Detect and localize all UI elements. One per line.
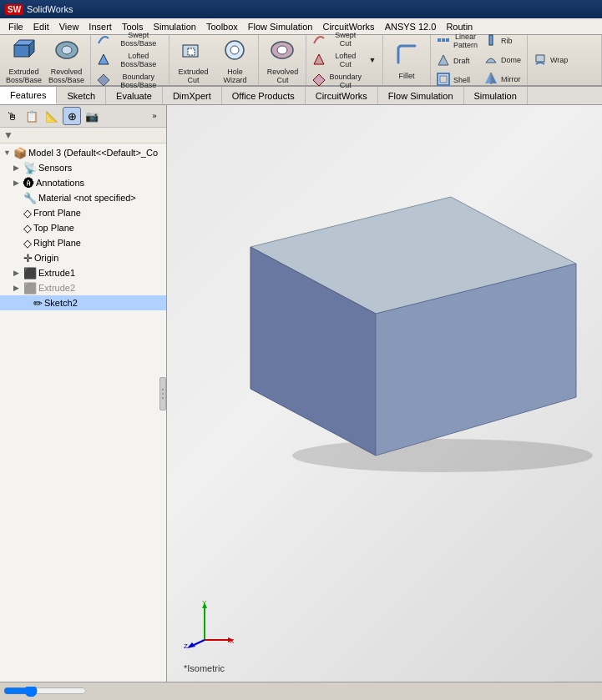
- title-bar: SW SolidWorks: [0, 0, 602, 18]
- front-plane-icon: ◇: [23, 207, 32, 219]
- ribbon-linear-pattern[interactable]: Linear Pattern: [434, 31, 480, 51]
- swept-boss-base-icon: [97, 32, 110, 47]
- ribbon-extruded-cut[interactable]: ExtrudedCut: [173, 35, 213, 86]
- viewport[interactable]: Y X Z *Isometric: [167, 105, 602, 682]
- model3-icon: 📦: [13, 147, 27, 159]
- expand-model3[interactable]: ▼: [3, 149, 13, 157]
- revolved-boss-base-label: RevolvedBoss/Base: [48, 68, 84, 84]
- expand-annotations[interactable]: ▶: [13, 179, 23, 187]
- ribbon-revolved-boss-base[interactable]: RevolvedBoss/Base: [46, 35, 87, 86]
- svg-marker-18: [438, 55, 448, 65]
- tree-extrude2[interactable]: ▶ ⬛ Extrude2: [0, 280, 166, 295]
- tab-flow[interactable]: Flow Simulation: [378, 87, 464, 104]
- tab-office[interactable]: Office Products: [222, 87, 306, 104]
- sidebar-btn-property[interactable]: 📋: [23, 107, 41, 125]
- ribbon-swept-cut[interactable]: Swept Cut: [310, 29, 364, 49]
- svg-rect-17: [446, 38, 449, 42]
- mirror-label: Mirror: [501, 75, 521, 83]
- sketch2-icon: ✏: [33, 297, 43, 310]
- right-plane-label: Right Plane: [33, 238, 81, 248]
- app-title: SolidWorks: [27, 4, 73, 14]
- ribbon-group-boss-base: ExtrudedBoss/Base RevolvedBoss/Base: [0, 35, 91, 85]
- expand-extrude1[interactable]: ▶: [13, 269, 23, 277]
- tab-sketch[interactable]: Sketch: [57, 87, 106, 104]
- svg-point-4: [62, 46, 72, 54]
- menu-toolbox[interactable]: Toolbox: [201, 20, 243, 33]
- ribbon-cut-expand[interactable]: ▼: [366, 54, 379, 66]
- sidebar-resize-handle[interactable]: [159, 377, 166, 410]
- tab-simulation[interactable]: Simulation: [464, 87, 528, 104]
- tree-origin[interactable]: ✛ Origin: [0, 250, 166, 265]
- tree-extrude1[interactable]: ▶ ⬛ Extrude1: [0, 265, 166, 280]
- rib-label: Rib: [501, 37, 513, 45]
- origin-icon: ✛: [23, 252, 33, 264]
- svg-text:X: X: [230, 637, 234, 645]
- status-bar: [0, 682, 602, 700]
- menu-ansys[interactable]: ANSYS 12.0: [380, 20, 442, 33]
- main-area: 🖱 📋 📐 ⊕ 📷 » ▼ ▼ 📦 Model 3 (Default<<Defa…: [0, 105, 602, 682]
- tree-material[interactable]: 🔧 Material <not specified>: [0, 190, 166, 205]
- expand-sensors[interactable]: ▶: [13, 164, 23, 172]
- svg-marker-14: [313, 74, 325, 86]
- swept-boss-base-label: Swept Boss/Base: [114, 31, 163, 48]
- tab-circuitworks[interactable]: CircuitWorks: [306, 87, 378, 104]
- ribbon-extruded-boss-base[interactable]: ExtrudedBoss/Base: [3, 35, 44, 86]
- 3d-model: [192, 130, 593, 481]
- filter-row: ▼: [0, 128, 166, 144]
- sidebar-btn-more[interactable]: »: [145, 107, 164, 125]
- ribbon-mirror[interactable]: Mirror: [482, 70, 524, 88]
- svg-point-12: [277, 46, 287, 54]
- sidebar-btn-config[interactable]: 📐: [43, 107, 61, 125]
- ribbon-rib[interactable]: Rib: [482, 32, 524, 50]
- top-plane-label: Top Plane: [33, 223, 74, 233]
- svg-rect-21: [489, 35, 493, 45]
- sidebar-btn-cursor[interactable]: 🖱: [3, 107, 21, 125]
- tree-annotations[interactable]: ▶ 🅐 Annotations: [0, 175, 166, 190]
- hole-wizard-icon: [221, 37, 248, 68]
- tree-front-plane[interactable]: ◇ Front Plane: [0, 205, 166, 220]
- scroll-bar[interactable]: [3, 687, 87, 695]
- menu-flow-simulation[interactable]: Flow Simulation: [243, 20, 318, 33]
- ribbon-group-cuts: Swept Cut Lofted Cut Boundary Cut ▼: [306, 35, 383, 85]
- ribbon-fillet[interactable]: Fillet: [387, 39, 427, 82]
- draft-label: Draft: [453, 57, 470, 65]
- mirror-icon: [484, 72, 498, 87]
- annotations-icon: 🅐: [23, 177, 34, 189]
- ribbon-revolved-cut[interactable]: RevolvedCut: [262, 35, 302, 86]
- model3-label: Model 3 (Default<<Default>_Co: [28, 148, 158, 158]
- tab-evaluate[interactable]: Evaluate: [106, 87, 163, 104]
- svg-rect-0: [14, 45, 29, 57]
- tree-sensors[interactable]: ▶ 📡 Sensors: [0, 160, 166, 175]
- ribbon-lofted-boss-base[interactable]: Lofted Boss/Base: [94, 50, 165, 70]
- svg-marker-5: [99, 54, 109, 64]
- ribbon-group-wrap: Wrap: [528, 35, 602, 85]
- draft-icon: [437, 53, 450, 68]
- revolved-boss-base-icon: [53, 37, 80, 68]
- svg-marker-38: [187, 642, 195, 648]
- menu-edit[interactable]: Edit: [28, 20, 54, 33]
- ribbon-swept-boss-base[interactable]: Swept Boss/Base: [94, 29, 165, 49]
- ribbon-draft[interactable]: Draft: [434, 52, 480, 70]
- status-scroll[interactable]: [3, 687, 599, 697]
- ribbon-hole-wizard[interactable]: HoleWizard: [215, 35, 255, 86]
- sidebar-btn-camera[interactable]: 📷: [83, 107, 101, 125]
- tree-right-plane[interactable]: ◇ Right Plane: [0, 235, 166, 250]
- hole-wizard-label: HoleWizard: [223, 68, 246, 84]
- expand-extrude2[interactable]: ▶: [13, 284, 23, 292]
- sidebar-btn-plus[interactable]: ⊕: [63, 107, 81, 125]
- sw-logo: SW: [5, 4, 23, 15]
- sketch2-label: Sketch2: [44, 298, 78, 308]
- wrap-label: Wrap: [550, 56, 568, 64]
- ribbon-dome[interactable]: Dome: [482, 51, 524, 69]
- tab-dimxpert[interactable]: DimXpert: [163, 87, 222, 104]
- tab-features[interactable]: Features: [0, 87, 57, 104]
- ribbon-lofted-cut[interactable]: Lofted Cut: [310, 50, 364, 70]
- swept-cut-label: Swept Cut: [329, 31, 362, 48]
- ribbon-wrap[interactable]: Wrap: [531, 51, 598, 69]
- menu-file[interactable]: File: [3, 20, 28, 33]
- menu-view[interactable]: View: [54, 20, 84, 33]
- tree-top-plane[interactable]: ◇ Top Plane: [0, 220, 166, 235]
- isometric-label: *Isometric: [184, 663, 225, 673]
- tree-model3[interactable]: ▼ 📦 Model 3 (Default<<Default>_Co: [0, 145, 166, 160]
- tree-sketch2[interactable]: ✏ Sketch2: [0, 295, 166, 310]
